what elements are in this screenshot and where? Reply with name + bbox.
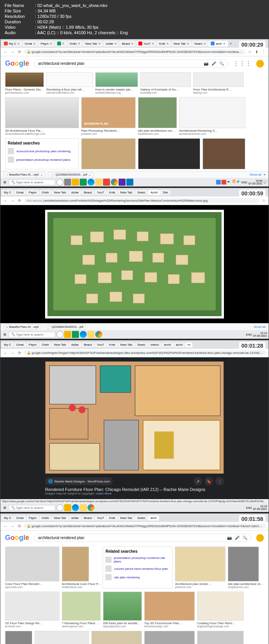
- browser-tab[interactable]: Paym: [26, 515, 39, 520]
- browser-tab[interactable]: My C×: [2, 41, 22, 47]
- close-icon[interactable]: ×: [17, 42, 20, 46]
- image-result[interactable]: 200 trees plan for architectural ... — i…: [103, 592, 142, 628]
- edge-icon[interactable]: [72, 504, 79, 511]
- close-icon[interactable]: ×: [78, 42, 80, 46]
- volume-icon[interactable]: 🔊: [237, 180, 240, 184]
- taskbar-search[interactable]: 🔍 Type here to search: [9, 179, 55, 185]
- url-input[interactable]: 🔒 google.com/imgres?imgurl=https%3A%2F%2…: [24, 350, 266, 355]
- image-result[interactable]: Creating Floor Plan Rendering Services .…: [197, 592, 244, 628]
- new-tab-button[interactable]: +: [228, 41, 234, 46]
- browser-tab[interactable]: Beaut: [82, 342, 94, 347]
- related-search-link[interactable]: monochrome photoshop plan rendering: [8, 147, 76, 155]
- tray-icon[interactable]: [222, 180, 226, 184]
- forward-icon[interactable]: →: [10, 524, 15, 529]
- browser-tab[interactable]: archi: [173, 342, 185, 347]
- image-result[interactable]: Architectural Rendering Servicesarchitec…: [179, 97, 245, 135]
- image-result[interactable]: INTERIOR PLANPlan Photoshop Rendering Mo…: [81, 97, 136, 135]
- image-result[interactable]: 2D Floor Plan Design Rendering using ...…: [5, 592, 59, 628]
- close-icon[interactable]: ×: [187, 42, 189, 46]
- image-result[interactable]: Floor Plan Architectural Rendering ...fa…: [193, 72, 244, 94]
- edge-icon[interactable]: [80, 331, 87, 338]
- close-icon[interactable]: ×: [33, 42, 36, 46]
- browser-tab[interactable]: Gmai×: [23, 41, 38, 47]
- browser-tab[interactable]: Searc: [135, 342, 148, 347]
- image-result[interactable]: Rendering a floor plan with Blend...blen…: [46, 72, 93, 94]
- folder-icon[interactable]: [80, 504, 87, 511]
- taskbar-search[interactable]: 🔍 Type here to search: [9, 505, 55, 511]
- avatar[interactable]: [256, 534, 264, 542]
- bookmark-icon[interactable]: 🔖: [204, 477, 213, 486]
- browser-tab[interactable]: YouT: [94, 515, 106, 520]
- image-result[interactable]: 3D Architectural Floor Plans, Home ...3d…: [5, 97, 79, 135]
- taskbar-search[interactable]: 🔍 Type here to search: [9, 332, 55, 338]
- browser-tab[interactable]: ×: [55, 41, 67, 47]
- close-icon[interactable]: ×: [98, 42, 101, 46]
- google-logo[interactable]: Google: [5, 59, 29, 68]
- tray-icon[interactable]: [216, 180, 221, 184]
- app-icon[interactable]: [72, 331, 79, 338]
- extension-icon[interactable]: ⬇: [254, 49, 259, 55]
- image-result[interactable]: [144, 631, 195, 644]
- download-item[interactable]: 📄Q210506233432515....pdf⌄: [48, 172, 94, 178]
- reload-icon[interactable]: ⟳: [17, 524, 22, 529]
- app-icon[interactable]: [72, 179, 79, 186]
- browser-tab[interactable]: Gmai: [14, 515, 26, 520]
- browser-tab[interactable]: New Tab: [52, 342, 68, 347]
- browser-tab[interactable]: Gmai: [14, 342, 26, 347]
- clock-time[interactable]: 15:14: [253, 332, 267, 334]
- download-item[interactable]: ♪Beautiful Piano M....mp3: [3, 324, 42, 329]
- browser-tab[interactable]: Onlin: [39, 190, 51, 195]
- browser-tab[interactable]: dollar: [69, 515, 81, 520]
- image-result[interactable]: [81, 138, 136, 169]
- browser-tab-active[interactable]: arch×: [208, 41, 227, 47]
- menu-icon[interactable]: ⋮: [261, 49, 266, 55]
- browser-tab[interactable]: Onlin: [39, 515, 51, 520]
- browser-tab[interactable]: archi: [162, 342, 173, 347]
- windows-start-icon[interactable]: ⊞: [2, 332, 7, 337]
- notification-icon[interactable]: 💬: [264, 181, 267, 184]
- reload-icon[interactable]: ⟳: [17, 49, 22, 55]
- browser-tab[interactable]: New Tab: [118, 190, 134, 195]
- browser-tab[interactable]: dollar: [69, 342, 81, 347]
- onedrive-icon[interactable]: ☁: [227, 180, 232, 184]
- browser-tab[interactable]: interio: [148, 342, 161, 347]
- app-icon[interactable]: [64, 504, 71, 511]
- more-icon[interactable]: ⋮: [215, 477, 224, 486]
- close-icon[interactable]: ×: [152, 42, 154, 46]
- close-icon[interactable]: ×: [204, 42, 206, 46]
- browser-tab-active[interactable]: Archi: [148, 190, 160, 195]
- cortana-icon[interactable]: [56, 179, 63, 186]
- app-icon[interactable]: [64, 331, 71, 338]
- image-result[interactable]: Architectural Color Floor P...shuttersto…: [62, 547, 100, 588]
- browser-tab[interactable]: Beaut×: [119, 41, 136, 47]
- browser-tab[interactable]: Beaut: [82, 190, 94, 195]
- reload-icon[interactable]: ⟳: [17, 350, 22, 356]
- url-input[interactable]: Not secure | architecturevision.com/Port…: [24, 198, 259, 203]
- image-result[interactable]: How to render master plan in photoshop .…: [95, 72, 138, 94]
- folder-icon[interactable]: [95, 179, 102, 186]
- download-item[interactable]: ♪Beautiful Piano M....mp3⌄: [3, 172, 45, 178]
- browser-tab[interactable]: Onlin×: [67, 41, 83, 47]
- browser-tab[interactable]: New Tab×: [83, 41, 103, 47]
- search-box[interactable]: 📷 🎤 🔍: [34, 59, 228, 68]
- browser-tab[interactable]: Paym×: [38, 41, 54, 47]
- close-icon[interactable]: ×: [264, 173, 266, 176]
- back-icon[interactable]: ←: [3, 350, 8, 356]
- search-box[interactable]: 📷🎤🔍: [34, 534, 252, 542]
- search-icon[interactable]: 🔍: [219, 61, 224, 66]
- app-icon[interactable]: [126, 179, 133, 186]
- browser-tab[interactable]: dollar×: [103, 41, 119, 47]
- back-icon[interactable]: ←: [3, 198, 8, 204]
- browser-tab[interactable]: Site: [160, 190, 170, 195]
- language-indicator[interactable]: ENG: [246, 333, 252, 336]
- browser-tab[interactable]: Knik: [107, 515, 118, 520]
- browser-tab[interactable]: New Tab×: [171, 41, 192, 47]
- back-icon[interactable]: ←: [3, 524, 8, 529]
- image-result[interactable]: [138, 138, 200, 169]
- browser-tab-active[interactable]: arch: [148, 515, 159, 520]
- browser-tab[interactable]: My C: [2, 342, 14, 347]
- browser-tab[interactable]: Beaut: [82, 515, 94, 520]
- image-result[interactable]: Color Floor Plan Rendering Photoshop ...…: [5, 547, 59, 588]
- star-icon[interactable]: ☆: [247, 49, 252, 55]
- close-icon[interactable]: ×: [50, 42, 52, 46]
